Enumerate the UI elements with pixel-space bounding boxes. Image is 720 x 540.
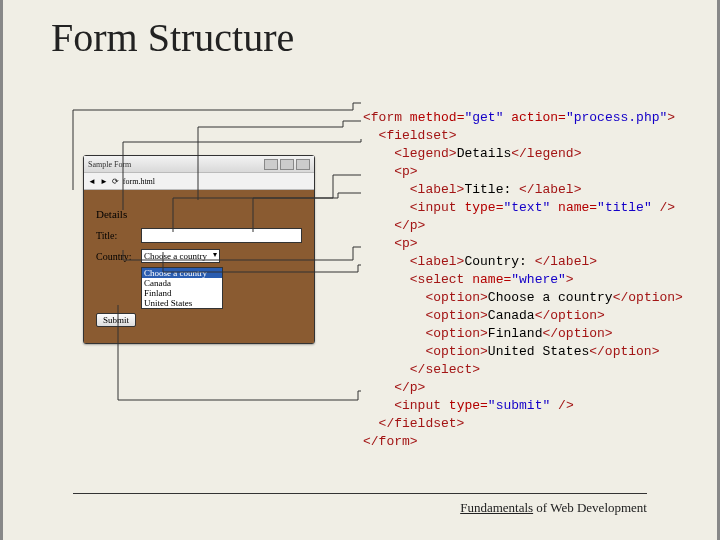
figure-body: Details Title: Country: Choose a country… [84,190,314,343]
window-buttons [264,159,310,170]
figure-option: United States [142,298,222,308]
figure-label-title: Title: [96,230,141,241]
figure-option: Choose a country [142,268,222,278]
footer-rest: of Web Development [533,500,647,515]
code-listing: <form method="get" action="process.php">… [363,109,683,451]
figure-select-country: Choose a country [141,249,220,263]
figure-option: Finland [142,288,222,298]
figure-label-country: Country: [96,251,141,262]
footer-text: Fundamentals of Web Development [460,500,647,516]
maximize-icon [280,159,294,170]
figure-dropdown: Choose a country Canada Finland United S… [141,267,223,309]
reload-icon: ⟳ [112,177,119,186]
forward-icon: ► [100,177,108,186]
figure-submit-button: Submit [96,313,136,327]
figure-input-title [141,228,302,243]
figure-row-title: Title: [96,228,302,243]
footer-rule [73,493,647,494]
figure-toolbar: ◄ ► ⟳ form.html [84,173,314,190]
figure-row-country: Country: Choose a country [96,249,302,263]
form-figure: Sample Form ◄ ► ⟳ form.html Details Titl… [83,155,315,344]
figure-window-title: Sample Form [88,160,131,169]
figure-option: Canada [142,278,222,288]
back-icon: ◄ [88,177,96,186]
minimize-icon [264,159,278,170]
footer-underlined: Fundamentals [460,500,533,515]
figure-legend: Details [96,208,302,220]
slide-title: Form Structure [51,14,294,61]
slide: Form Structure Sample Form ◄ ► ⟳ form.ht… [0,0,720,540]
figure-titlebar: Sample Form [84,156,314,173]
close-icon [296,159,310,170]
figure-url: form.html [123,177,155,186]
